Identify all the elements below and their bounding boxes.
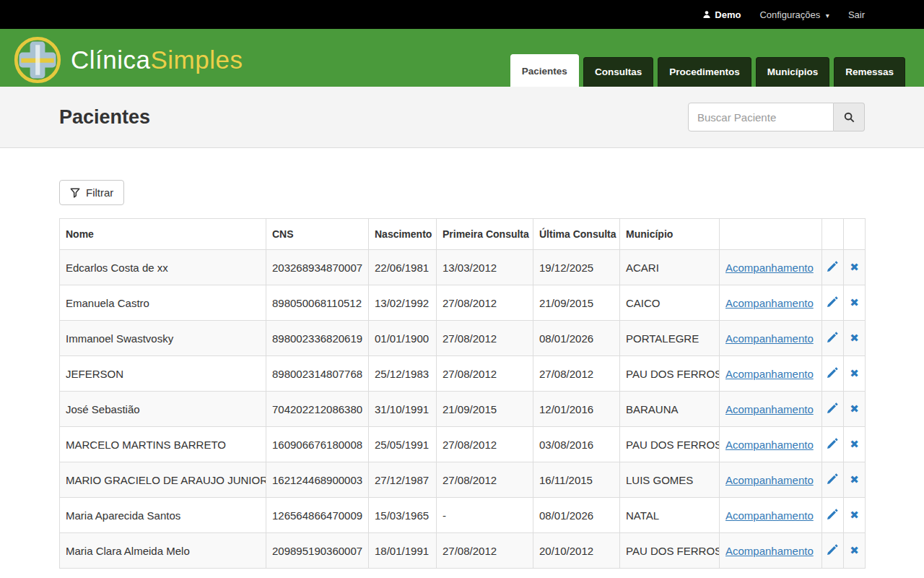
logout-link[interactable]: Sair — [848, 9, 865, 20]
delete-icon[interactable]: ✖ — [850, 296, 859, 309]
user-icon — [702, 10, 711, 19]
edit-icon[interactable] — [827, 261, 838, 274]
delete-icon[interactable]: ✖ — [850, 261, 859, 274]
cell-cns: 898002336820619 — [266, 321, 369, 356]
tab-remessas: Remessas — [834, 57, 905, 87]
table-row: Edcarlos Costa de xx 203268934870007 22/… — [60, 250, 866, 285]
acompanhamento-link[interactable]: Acompanhamento — [725, 297, 814, 309]
edit-icon[interactable] — [827, 402, 838, 415]
cell-municipio: LUIS GOMES — [620, 462, 720, 498]
acompanhamento-link[interactable]: Acompanhamento — [725, 474, 814, 486]
table-row: MARCELO MARTINS BARRETO 160906676180008 … — [60, 427, 866, 462]
settings-menu[interactable]: Configurações ▾ — [759, 9, 829, 20]
cell-municipio: CAICO — [620, 285, 720, 321]
cell-municipio: ACARI — [620, 250, 720, 285]
acompanhamento-link[interactable]: Acompanhamento — [725, 332, 814, 345]
cell-nome: Edcarlos Costa de xx — [60, 250, 266, 285]
tab-link-consultas[interactable]: Consultas — [583, 57, 653, 87]
search-button[interactable] — [834, 103, 865, 131]
col-primeira-consulta: Primeira Consulta — [437, 219, 533, 250]
col-cns: CNS — [266, 219, 369, 250]
cell-primeira-consulta: 27/08/2012 — [437, 285, 533, 321]
cell-municipio: PAU DOS FERROS — [620, 356, 720, 392]
acompanhamento-link[interactable]: Acompanhamento — [725, 509, 814, 522]
table-row: Maria Aparecida Santos 126564866470009 1… — [60, 498, 866, 533]
tab-procedimentos: Procedimentos — [658, 57, 751, 87]
tab-link-municipios[interactable]: Municípios — [756, 57, 830, 87]
edit-icon[interactable] — [827, 332, 838, 345]
cell-cns: 203268934870007 — [266, 250, 369, 285]
nav-tabs: PacientesConsultasProcedimentosMunicípio… — [510, 54, 905, 87]
acompanhamento-link[interactable]: Acompanhamento — [725, 368, 814, 380]
funnel-icon — [70, 188, 80, 198]
chevron-down-icon: ▾ — [826, 12, 829, 20]
cell-primeira-consulta: - — [437, 498, 533, 533]
cell-nascimento: 25/12/1983 — [369, 356, 437, 392]
col-delete — [844, 219, 866, 250]
cell-ultima-consulta: 08/01/2026 — [533, 498, 620, 533]
col-municipio: Município — [620, 219, 720, 250]
brand-name: ClínicaSimples — [71, 46, 243, 74]
tab-link-remessas[interactable]: Remessas — [834, 57, 905, 87]
main-navbar: ClínicaSimples PacientesConsultasProcedi… — [0, 29, 924, 87]
cell-nascimento: 27/12/1987 — [369, 462, 437, 498]
cell-nascimento: 18/01/1991 — [369, 533, 437, 569]
cell-ultima-consulta: 03/08/2016 — [533, 427, 620, 462]
cell-nome: Maria Clara Almeida Melo — [60, 533, 266, 569]
cell-municipio: PAU DOS FERROS — [620, 533, 720, 569]
table-header-row: Nome CNS Nascimento Primeira Consulta Úl… — [60, 219, 866, 250]
edit-icon[interactable] — [827, 438, 838, 451]
cell-municipio: PORTALEGRE — [620, 321, 720, 356]
cell-cns: 126564866470009 — [266, 498, 369, 533]
delete-icon[interactable]: ✖ — [850, 509, 859, 522]
cell-ultima-consulta: 16/11/2015 — [533, 462, 620, 498]
edit-icon[interactable] — [827, 509, 838, 522]
edit-icon[interactable] — [827, 296, 838, 309]
delete-icon[interactable]: ✖ — [850, 332, 859, 345]
cell-nome: Maria Aparecida Santos — [60, 498, 266, 533]
cell-nascimento: 25/05/1991 — [369, 427, 437, 462]
table-row: Immanoel Swastvosky 898002336820619 01/0… — [60, 321, 866, 356]
acompanhamento-link[interactable]: Acompanhamento — [725, 545, 814, 557]
topbar: Demo Configurações ▾ Sair — [0, 0, 924, 29]
cell-municipio: PAU DOS FERROS — [620, 427, 720, 462]
delete-icon[interactable]: ✖ — [850, 367, 859, 380]
acompanhamento-link[interactable]: Acompanhamento — [725, 262, 814, 274]
cell-ultima-consulta: 12/01/2016 — [533, 392, 620, 427]
cell-ultima-consulta: 21/09/2015 — [533, 285, 620, 321]
delete-icon[interactable]: ✖ — [850, 473, 859, 486]
filter-button[interactable]: Filtrar — [59, 180, 124, 205]
cell-primeira-consulta: 13/03/2012 — [437, 250, 533, 285]
acompanhamento-link[interactable]: Acompanhamento — [725, 403, 814, 415]
user-menu[interactable]: Demo — [702, 9, 741, 20]
patients-tbody: Edcarlos Costa de xx 203268934870007 22/… — [60, 250, 866, 569]
cell-nascimento: 01/01/1900 — [369, 321, 437, 356]
col-nome: Nome — [60, 219, 266, 250]
search-input[interactable] — [688, 103, 834, 131]
cell-ultima-consulta: 27/08/2012 — [533, 356, 620, 392]
cell-ultima-consulta: 08/01/2026 — [533, 321, 620, 356]
tab-link-procedimentos[interactable]: Procedimentos — [658, 57, 751, 87]
cell-primeira-consulta: 21/09/2015 — [437, 392, 533, 427]
delete-icon[interactable]: ✖ — [850, 438, 859, 451]
cell-primeira-consulta: 27/08/2012 — [437, 427, 533, 462]
cell-nome: MARCELO MARTINS BARRETO — [60, 427, 266, 462]
table-row: Emanuela Castro 898050068110512 13/02/19… — [60, 285, 866, 321]
cell-cns: 898050068110512 — [266, 285, 369, 321]
cell-primeira-consulta: 27/08/2012 — [437, 356, 533, 392]
edit-icon[interactable] — [827, 544, 838, 557]
delete-icon[interactable]: ✖ — [850, 544, 859, 557]
brand-logo[interactable]: ClínicaSimples — [13, 35, 243, 85]
tab-pacientes: Pacientes — [510, 54, 579, 87]
acompanhamento-link[interactable]: Acompanhamento — [725, 439, 814, 451]
cell-nascimento: 15/03/1965 — [369, 498, 437, 533]
table-row: JEFERSON 898002314807768 25/12/1983 27/0… — [60, 356, 866, 392]
page-title: Pacientes — [59, 106, 150, 129]
cell-nome: Immanoel Swastvosky — [60, 321, 266, 356]
edit-icon[interactable] — [827, 367, 838, 380]
tab-link-pacientes[interactable]: Pacientes — [510, 54, 579, 87]
delete-icon[interactable]: ✖ — [850, 402, 859, 415]
cell-primeira-consulta: 27/08/2012 — [437, 321, 533, 356]
edit-icon[interactable] — [827, 473, 838, 486]
col-edit — [822, 219, 844, 250]
